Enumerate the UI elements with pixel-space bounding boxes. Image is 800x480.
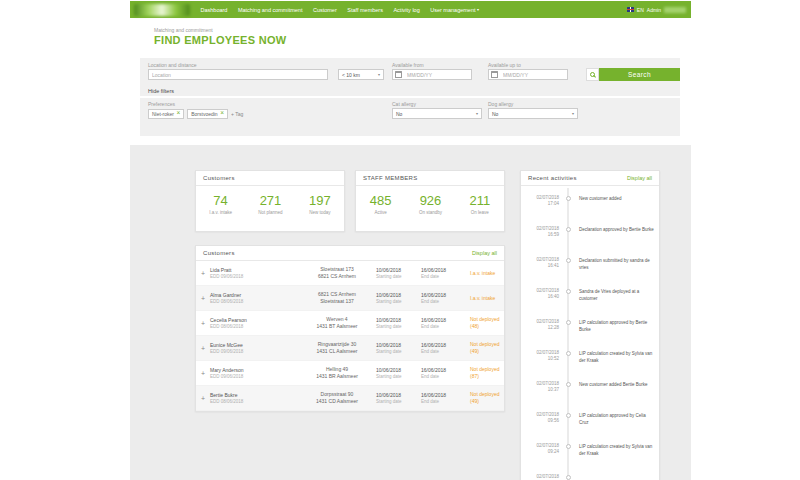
language-selector[interactable]: EN	[637, 7, 644, 13]
nav-item-label: Matching and commitment	[238, 7, 303, 13]
available-from-label: Available from	[392, 62, 424, 68]
available-from-input[interactable]	[404, 70, 471, 79]
chevron-down-icon: ▾	[476, 111, 478, 116]
timeline-node-icon	[566, 475, 571, 480]
calendar-icon[interactable]	[491, 71, 498, 78]
page-title: FIND EMPLOYEES NOW	[154, 34, 287, 46]
calendar-icon[interactable]	[395, 71, 402, 78]
nav-item[interactable]: Matching and commitment	[233, 7, 308, 13]
starting-date: 10/06/2018	[376, 392, 421, 398]
flag-icon-en[interactable]	[627, 7, 634, 12]
expand-row-button[interactable]: +	[196, 295, 210, 302]
display-all-activities-link[interactable]: Display all	[627, 175, 652, 181]
status-cell: Not deployed (48)	[466, 316, 504, 330]
search-icon-button[interactable]	[586, 68, 599, 81]
customer-edd: EDD 09/06/2018	[210, 374, 298, 379]
starting-date-label: Starting date	[376, 324, 421, 329]
user-menu-label[interactable]: Admin	[647, 7, 661, 13]
user-name-redacted	[664, 7, 686, 13]
activity-timestamp: 02/07/2018 16:40	[521, 281, 559, 312]
table-row: + Eunice McGee EDD 09/06/2018 Ringvaartz…	[196, 336, 504, 361]
customer-address-cell: Ringvaartzijde 30 1431 CL Aalsmeer	[298, 341, 376, 355]
distance-value: < 10 km	[342, 72, 360, 78]
hide-filters-link[interactable]: Hide filters	[148, 88, 174, 94]
table-row: + Lida Pratt EDD 09/06/2018 Sloetstraat …	[196, 261, 504, 286]
distance-select[interactable]: < 10 km ▾	[338, 69, 384, 80]
timeline-track	[559, 343, 577, 374]
customers-table-header: Customers Display all	[196, 246, 504, 261]
nav-item[interactable]: Customer	[308, 7, 342, 13]
stat-value: 485	[370, 193, 392, 208]
customer-name-cell: Eunice McGee EDD 09/06/2018	[210, 342, 298, 354]
chevron-down-icon: ▾	[477, 7, 479, 12]
customer-name: Lida Pratt	[210, 267, 298, 273]
activity-date: 02/07/2018	[521, 474, 559, 480]
search-button[interactable]: Search	[599, 68, 680, 81]
end-date-cell: 16/06/2018 End date	[421, 267, 466, 279]
status-text: Not deployed	[470, 316, 504, 323]
status-cell: I.a.v. intake	[466, 295, 504, 302]
activity-time: 10:37	[521, 387, 559, 393]
nav-item[interactable]: Activity log	[389, 7, 426, 13]
activity-timestamp: 02/07/2018 10:52	[521, 343, 559, 374]
customer-name: Alma Gardner	[210, 292, 298, 298]
starting-date-label: Starting date	[376, 349, 421, 354]
activity-time: 09:24	[521, 449, 559, 455]
end-date-label: End date	[421, 399, 466, 404]
timeline-node-icon	[566, 258, 571, 263]
address-line2: Sloetstraat 137	[302, 298, 372, 305]
stat: 197 New today	[309, 193, 331, 215]
table-row: + Cecelia Pearson EDD 08/06/2018 Werven …	[196, 311, 504, 336]
starting-date-cell: 10/06/2018 Starting date	[376, 292, 421, 304]
end-date: 16/06/2018	[421, 342, 466, 348]
cat-allergy-select[interactable]: No ▾	[392, 108, 482, 119]
add-tag-input[interactable]	[231, 111, 261, 117]
preference-tag-label: Niet-roker	[152, 111, 174, 117]
app-logo[interactable]	[134, 4, 190, 16]
expand-row-button[interactable]: +	[196, 345, 210, 352]
staff-stats-header: STAFF MEMBERS	[356, 171, 504, 186]
dog-allergy-select[interactable]: No ▾	[488, 108, 578, 119]
activity-text: LIP calculation approved by Bertie Burke	[577, 312, 659, 343]
stat-label: Not planned	[258, 210, 282, 215]
preference-tag[interactable]: Niet-roker ×	[148, 109, 184, 119]
activity-time: 16:41	[521, 263, 559, 269]
activity-text: Declaration submitted by sandra de vries	[577, 250, 659, 281]
stat-value: 74	[209, 193, 232, 208]
expand-row-button[interactable]: +	[196, 395, 210, 402]
nav-item[interactable]: Staff members	[343, 7, 389, 13]
available-up-to-input[interactable]	[500, 70, 567, 79]
cat-allergy-value: No	[396, 111, 402, 117]
activity-timestamp: 02/07/2018 16:41	[521, 250, 559, 281]
activity-timestamp: 02/07/2018 17:04	[521, 188, 559, 219]
remove-tag-icon[interactable]: ×	[176, 110, 180, 117]
expand-row-button[interactable]: +	[196, 370, 210, 377]
status-cell: Not deployed (49)	[466, 391, 504, 405]
timeline-track	[559, 436, 577, 467]
remove-tag-icon[interactable]: ×	[220, 110, 224, 117]
available-from-wrap	[392, 69, 472, 80]
nav-item-label: Activity log	[393, 7, 419, 13]
starting-date: 10/06/2018	[376, 317, 421, 323]
customer-edd: EDD 08/06/2018	[210, 324, 298, 329]
expand-row-button[interactable]: +	[196, 270, 210, 277]
location-input[interactable]	[149, 70, 327, 79]
display-all-customers-link[interactable]: Display all	[472, 250, 497, 256]
preference-tag[interactable]: Borstvoedin ×	[187, 109, 228, 119]
table-row: + Alma Gardner EDD 08/06/2018 6821 CS Ar…	[196, 286, 504, 311]
nav-item-label: User management	[430, 7, 475, 13]
starting-date: 10/06/2018	[376, 267, 421, 273]
status-text: I.a.v. intake	[470, 270, 504, 277]
nav-item[interactable]: Dashboard	[196, 7, 233, 13]
stat: 485 Active	[370, 193, 392, 215]
end-date-label: End date	[421, 274, 466, 279]
location-input-wrap	[148, 69, 328, 80]
timeline-node-icon	[566, 227, 571, 232]
customer-name: Bertie Bukre	[210, 392, 298, 398]
expand-row-button[interactable]: +	[196, 320, 210, 327]
status-text: Not deployed	[470, 391, 504, 398]
end-date-label: End date	[421, 374, 466, 379]
customer-edd: EDD 09/06/2018	[210, 274, 298, 279]
activity-time: 17:04	[521, 201, 559, 207]
nav-item[interactable]: User management ▾	[426, 7, 484, 13]
